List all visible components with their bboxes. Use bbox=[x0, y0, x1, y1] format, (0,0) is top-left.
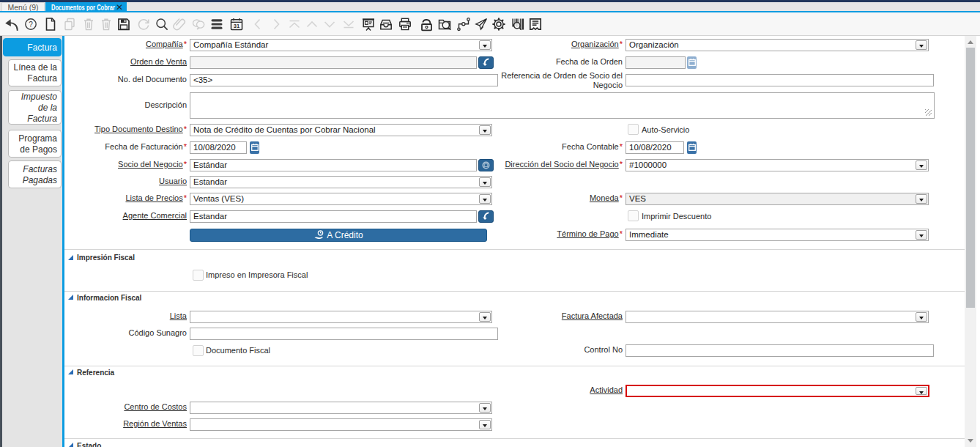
svg-text:?: ? bbox=[29, 21, 33, 29]
svg-text:31: 31 bbox=[234, 23, 240, 29]
